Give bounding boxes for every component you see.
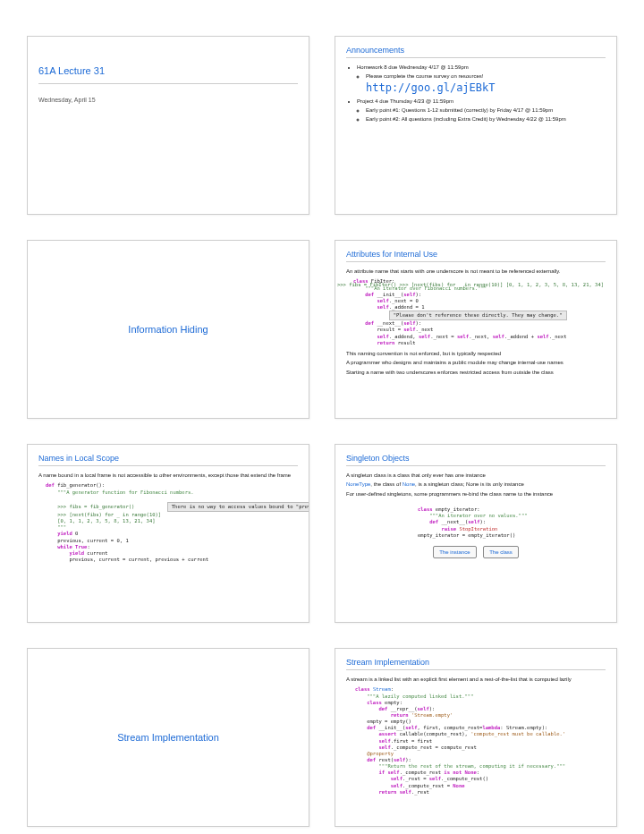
slide-local-scope: Names in Local Scope A name bound in a l…: [27, 444, 309, 623]
bullet-proj: Project 4 due Thursday 4/23 @ 11:59pm: [357, 98, 606, 105]
button-row: The instance The class: [346, 546, 606, 558]
heading: Announcements: [346, 46, 606, 58]
code-output: >>> fibs = FibIter() >>> [next(fibs) for…: [337, 282, 604, 288]
bullet-hw: Homework 8 due Wednesday 4/17 @ 11:59pm: [357, 64, 606, 71]
para: For user-defined singletons, some progra…: [346, 490, 606, 498]
btn-instance[interactable]: The instance: [433, 546, 476, 558]
section-title: Stream Implementation: [117, 732, 219, 743]
body: Homework 8 due Wednesday 4/17 @ 11:59pm …: [346, 64, 606, 123]
heading: Attributes for Internal Use: [346, 250, 606, 262]
lecture-title: 61A Lecture 31: [38, 65, 298, 76]
slide-announcements: Announcements Homework 8 due Wednesday 4…: [335, 36, 617, 215]
para: NoneType, the class of None, is a single…: [346, 481, 606, 488]
para: A singleton class is a class that only e…: [346, 472, 606, 479]
code-block: class FibIter: """An iterator over Fibon…: [353, 278, 606, 345]
divider: [38, 83, 298, 84]
slide-attributes: Attributes for Internal Use An attribute…: [335, 240, 617, 419]
slide-title: 61A Lecture 31 Wednesday, April 15: [27, 36, 309, 215]
para: A name bound in a local frame is not acc…: [38, 472, 298, 479]
slide-singleton: Singleton Objects A singleton class is a…: [335, 444, 617, 623]
code-block: class empty_iterator: """An iterator ove…: [418, 506, 606, 539]
heading: Stream Implementation: [346, 658, 606, 670]
slide-section-hiding: Information Hiding: [27, 240, 309, 419]
btn-class[interactable]: The class: [483, 546, 519, 558]
bullet-ep2: Early point #2: All questions (including…: [366, 115, 606, 123]
para: This naming convention is not enforced, …: [346, 350, 606, 357]
para: A stream is a linked list with an explic…: [346, 676, 606, 683]
slide-grid: 61A Lecture 31 Wednesday, April 15 Annou…: [27, 36, 617, 827]
heading: Singleton Objects: [346, 454, 606, 466]
section-title: Information Hiding: [128, 324, 208, 335]
para: A programmer who designs and maintains a…: [346, 359, 606, 366]
para: An attribute name that starts with one u…: [346, 268, 606, 275]
code-block: class Stream: """A lazily computed linke…: [355, 686, 606, 795]
heading: Names in Local Scope: [38, 454, 298, 466]
lecture-date: Wednesday, April 15: [38, 97, 298, 103]
survey-url: http://goo.gl/ajEBkT: [366, 81, 496, 94]
code-block: def fib_generator(): """A generator func…: [46, 482, 298, 563]
slide-stream-impl: Stream Implementation A stream is a link…: [335, 648, 617, 827]
slide-section-stream: Stream Implementation: [27, 648, 309, 827]
para: Starting a name with two underscores enf…: [346, 369, 606, 376]
bullet-survey: Please complete the course survey on res…: [366, 72, 606, 95]
bullet-ep1: Early point #1: Questions 1-12 submitted…: [366, 106, 606, 114]
